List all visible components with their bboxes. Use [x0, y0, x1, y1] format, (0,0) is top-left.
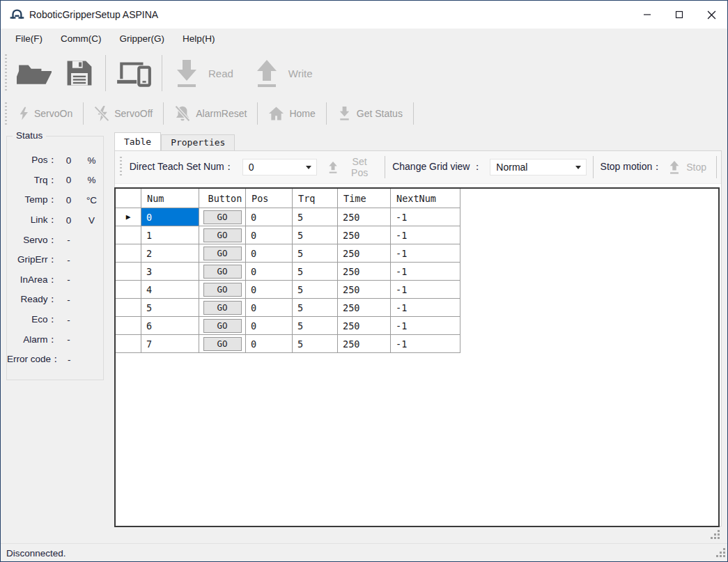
maximize-button[interactable]: [663, 1, 695, 29]
get-status-label: Get Status: [357, 108, 403, 119]
row-header-cell[interactable]: [116, 281, 141, 299]
menu-help[interactable]: Help(H): [173, 31, 224, 47]
cell-pos[interactable]: 0: [246, 281, 293, 299]
grid-view-combo[interactable]: Normal: [490, 159, 586, 175]
cell-trq[interactable]: 5: [293, 281, 338, 299]
toolbar-grip[interactable]: [5, 102, 7, 125]
row-header-cell[interactable]: [116, 226, 141, 244]
set-pos-label: Set Pos: [344, 156, 375, 178]
cell-trq[interactable]: 5: [293, 317, 338, 335]
write-button[interactable]: Write: [246, 54, 318, 92]
servo-off-button[interactable]: ServoOff: [87, 102, 160, 125]
cell-nextnum[interactable]: -1: [391, 244, 460, 263]
home-label: Home: [289, 108, 315, 119]
minimize-button[interactable]: [631, 1, 663, 29]
toolbar-grip[interactable]: [120, 157, 122, 178]
cell-num[interactable]: 6: [141, 317, 199, 335]
status-row-ready: Ready： -: [7, 290, 103, 310]
servo-on-button[interactable]: ServoOn: [11, 102, 79, 125]
open-file-button[interactable]: [11, 56, 57, 91]
eco-value: -: [57, 315, 80, 325]
home-button[interactable]: Home: [261, 103, 322, 124]
row-header-cell[interactable]: [116, 335, 141, 353]
cell-pos[interactable]: 0: [246, 317, 293, 335]
cell-time[interactable]: 250: [338, 299, 391, 317]
cell-pos[interactable]: 0: [246, 226, 293, 244]
cell-pos[interactable]: 0: [246, 335, 293, 353]
save-icon: [63, 58, 96, 88]
cell-num[interactable]: 2: [141, 244, 199, 263]
cell-time[interactable]: 250: [338, 263, 391, 281]
cell-nextnum[interactable]: -1: [391, 317, 460, 335]
resize-grip-icon[interactable]: [710, 529, 720, 543]
cell-trq[interactable]: 5: [293, 208, 338, 226]
menu-file[interactable]: File(F): [6, 31, 52, 47]
close-button[interactable]: [695, 1, 727, 29]
column-header-nextnum[interactable]: NextNum: [391, 189, 460, 208]
cell-pos[interactable]: 0: [246, 299, 293, 317]
row-header-cell[interactable]: [116, 263, 141, 281]
go-button[interactable]: GO: [203, 247, 242, 260]
cell-nextnum[interactable]: -1: [391, 335, 460, 353]
set-pos-button[interactable]: Set Pos: [321, 153, 380, 181]
column-header-pos[interactable]: Pos: [246, 189, 293, 208]
resize-grip-icon[interactable]: [715, 547, 726, 561]
row-header-cell[interactable]: [116, 299, 141, 317]
cell-num[interactable]: 0: [141, 208, 199, 226]
go-button[interactable]: GO: [203, 301, 242, 315]
alarm-reset-button[interactable]: AlarmReset: [167, 102, 254, 125]
read-button[interactable]: Read: [166, 54, 239, 92]
grid-corner-cell[interactable]: [116, 189, 141, 208]
cell-time[interactable]: 250: [338, 281, 391, 299]
cell-time[interactable]: 250: [338, 335, 391, 353]
cell-time[interactable]: 250: [338, 226, 391, 244]
cell-num[interactable]: 7: [141, 335, 199, 353]
menu-gripper[interactable]: Gripper(G): [111, 31, 174, 47]
row-header-cell[interactable]: [116, 244, 141, 263]
cell-time[interactable]: 250: [338, 208, 391, 226]
toolbar-separator: [413, 102, 414, 125]
cell-pos[interactable]: 0: [246, 244, 293, 263]
cell-trq[interactable]: 5: [293, 244, 338, 263]
cell-num[interactable]: 4: [141, 281, 199, 299]
row-header-cell[interactable]: ▶: [116, 208, 141, 226]
menu-comm[interactable]: Comm(C): [52, 31, 111, 47]
cell-num[interactable]: 5: [141, 299, 199, 317]
tab-properties[interactable]: Properties: [161, 134, 235, 150]
cell-pos[interactable]: 0: [246, 208, 293, 226]
set-pos-upload-icon: [327, 160, 339, 175]
cell-time[interactable]: 250: [338, 244, 391, 263]
go-button[interactable]: GO: [203, 228, 242, 242]
cell-nextnum[interactable]: -1: [391, 263, 460, 281]
column-header-num[interactable]: Num: [141, 189, 199, 208]
row-header-cell[interactable]: [116, 317, 141, 335]
cell-trq[interactable]: 5: [293, 263, 338, 281]
go-button[interactable]: GO: [203, 265, 242, 279]
tab-table[interactable]: Table: [114, 132, 161, 150]
go-button[interactable]: GO: [203, 283, 242, 297]
column-header-time[interactable]: Time: [338, 189, 391, 208]
cell-nextnum[interactable]: -1: [391, 281, 460, 299]
cell-nextnum[interactable]: -1: [391, 299, 460, 317]
cell-trq[interactable]: 5: [293, 299, 338, 317]
cell-time[interactable]: 250: [338, 317, 391, 335]
cell-nextnum[interactable]: -1: [391, 226, 460, 244]
column-header-trq[interactable]: Trq: [293, 189, 338, 208]
cell-nextnum[interactable]: -1: [391, 208, 460, 226]
go-button[interactable]: GO: [203, 337, 242, 351]
stop-button[interactable]: Stop: [662, 157, 712, 178]
connect-device-button[interactable]: [109, 54, 158, 92]
direct-teach-num-combo[interactable]: 0: [242, 159, 317, 175]
toolbar-grip[interactable]: [5, 54, 7, 92]
cell-pos[interactable]: 0: [246, 263, 293, 281]
cell-num[interactable]: 1: [141, 226, 199, 244]
column-header-button[interactable]: Button: [199, 189, 246, 208]
alarm-reset-label: AlarmReset: [196, 108, 247, 119]
get-status-button[interactable]: Get Status: [330, 103, 410, 124]
cell-trq[interactable]: 5: [293, 335, 338, 353]
cell-trq[interactable]: 5: [293, 226, 338, 244]
go-button[interactable]: GO: [203, 319, 242, 333]
go-button[interactable]: GO: [203, 210, 242, 224]
save-file-button[interactable]: [57, 55, 102, 91]
cell-num[interactable]: 3: [141, 263, 199, 281]
